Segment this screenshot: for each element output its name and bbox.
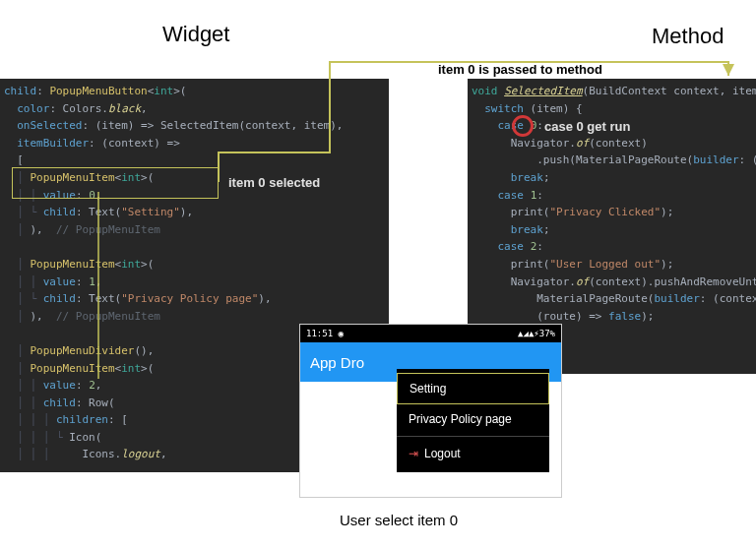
- menu-divider: [397, 436, 549, 437]
- code-line: .push(MaterialPageRoute(builder: (conte: [472, 152, 752, 169]
- code-line: MaterialPageRoute(builder: (context) =>: [472, 290, 752, 308]
- code-line: void SelectedItem(BuildContext context, …: [472, 83, 752, 100]
- code-line: [4, 238, 385, 256]
- menu-item-setting[interactable]: Setting: [397, 373, 549, 404]
- code-line: switch (item) {: [472, 100, 752, 118]
- logout-icon: ⇥: [409, 447, 418, 460]
- widget-title: Widget: [162, 22, 229, 47]
- annot-passed: item 0 is passed to method: [438, 62, 602, 77]
- phone-mockup: 11:51 ◉ ▲◢▲⚡37% App Dro Setting Privacy …: [300, 325, 561, 497]
- code-line: case 1:: [472, 187, 752, 205]
- code-line: break;: [472, 221, 752, 239]
- circle-highlight: [512, 115, 534, 137]
- code-line: itemBuilder: (context) =>: [4, 135, 385, 152]
- code-line: │ └ child: Text("Setting"),: [4, 204, 385, 221]
- code-line: onSelected: (item) => SelectedItem(conte…: [4, 117, 385, 135]
- code-line: color: Colors.black,: [4, 100, 385, 118]
- code-line: print("User Logged out");: [472, 256, 752, 274]
- code-line: child: PopupMenuButton<int>(: [4, 83, 385, 100]
- popup-menu: Setting Privacy Policy page ⇥Logout: [397, 369, 549, 472]
- status-time: 11:51 ◉: [306, 329, 344, 338]
- code-line: │ ), // PopupMenuItem: [4, 221, 385, 239]
- code-line: │ PopupMenuItem<int>(: [4, 256, 385, 274]
- code-line: case 2:: [472, 238, 752, 256]
- method-title: Method: [652, 24, 724, 49]
- status-bar: 11:51 ◉ ▲◢▲⚡37%: [300, 325, 561, 342]
- annot-selected: item 0 selected: [228, 175, 320, 190]
- code-line: │ └ child: Text("Privacy Policy page"),: [4, 290, 385, 308]
- menu-item-privacy[interactable]: Privacy Policy page: [397, 404, 549, 434]
- code-line: (route) => false);: [472, 308, 752, 326]
- code-line: Navigator.of(context): [472, 135, 752, 152]
- code-line: print("Privacy Clicked");: [472, 204, 752, 221]
- caption-user-select: User select item 0: [340, 512, 458, 528]
- code-line: Navigator.of(context).pushAndRemoveUntil…: [472, 274, 752, 291]
- code-line: │ ), // PopupMenuItem: [4, 308, 385, 326]
- status-signal: ▲◢▲⚡37%: [518, 329, 555, 338]
- code-line: │ │ value: 1,: [4, 274, 385, 291]
- annot-case-run: case 0 get run: [544, 119, 630, 134]
- menu-item-logout[interactable]: ⇥Logout: [397, 439, 549, 468]
- code-line: break;: [472, 169, 752, 187]
- highlight-box-widget: [12, 167, 219, 199]
